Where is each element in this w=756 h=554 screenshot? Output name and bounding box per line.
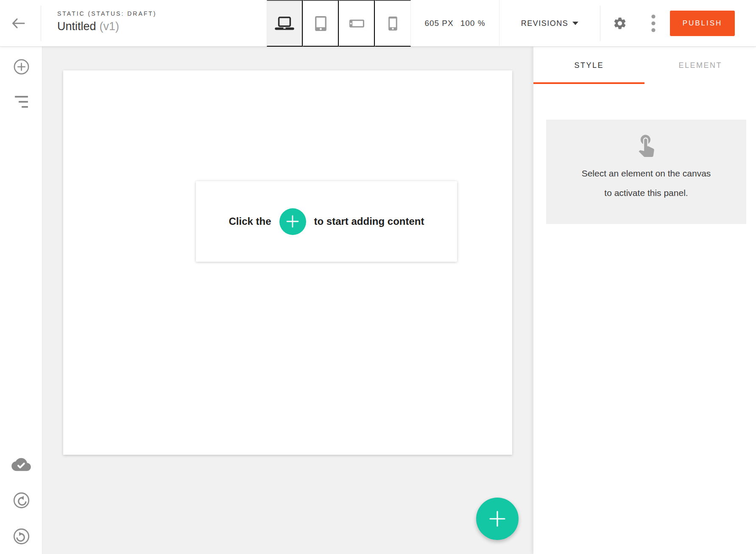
add-content-fab[interactable] <box>476 498 519 540</box>
editor-canvas: Click the to start adding content <box>42 47 533 554</box>
page-builder-app: STATIC (STATUS: DRAFT) Untitled(v1) <box>0 0 756 554</box>
autosave-status-button[interactable] <box>12 455 31 474</box>
revisions-dropdown-button[interactable]: REVISIONS <box>499 0 600 47</box>
page-title: Untitled(v1) <box>57 20 157 33</box>
more-options-button[interactable] <box>644 14 663 33</box>
document-version: (v1) <box>100 20 120 33</box>
empty-state-line1: Select an element on the canvas <box>582 164 711 183</box>
undo-icon <box>13 492 30 509</box>
cloud-saved-icon <box>11 456 31 473</box>
device-mobile-landscape-button[interactable] <box>339 0 375 47</box>
plus-icon <box>489 510 506 527</box>
tablet-icon <box>315 16 326 31</box>
device-preview-switcher <box>267 0 411 47</box>
device-tablet-button[interactable] <box>303 0 339 47</box>
caret-down-icon <box>572 22 578 25</box>
revisions-label: REVISIONS <box>521 19 569 28</box>
panel-empty-state: Select an element on the canvas to activ… <box>546 120 746 224</box>
tab-style[interactable]: STYLE <box>533 47 645 84</box>
canvas-dimensions-display: 605 PX 100 % <box>411 0 499 47</box>
tab-element[interactable]: ELEMENT <box>645 47 756 84</box>
add-element-button[interactable] <box>12 57 31 76</box>
empty-state-line2: to activate this panel. <box>582 183 711 203</box>
placeholder-text-suffix: to start adding content <box>314 215 424 227</box>
desktop-icon <box>275 17 294 31</box>
layers-icon <box>15 96 28 108</box>
layers-button[interactable] <box>12 92 31 111</box>
empty-page-placeholder-card: Click the to start adding content <box>196 181 457 262</box>
gear-icon <box>613 16 627 31</box>
inspector-panel: STYLE ELEMENT Select an element on the c… <box>533 47 756 554</box>
settings-button[interactable] <box>611 14 629 33</box>
page-type-status-label: STATIC (STATUS: DRAFT) <box>57 10 157 17</box>
top-bar: STATIC (STATUS: DRAFT) Untitled(v1) <box>0 0 756 47</box>
topbar-divider <box>41 6 41 41</box>
redo-button[interactable] <box>12 527 31 546</box>
plus-icon <box>286 215 299 228</box>
mobile-landscape-icon <box>349 20 364 28</box>
left-toolbar <box>0 47 42 554</box>
publish-button[interactable]: PUBLISH <box>670 11 735 36</box>
document-name: Untitled <box>57 20 96 33</box>
device-desktop-button[interactable] <box>267 0 303 47</box>
kebab-menu-icon <box>651 14 656 32</box>
placeholder-text-prefix: Click the <box>229 215 271 227</box>
inspector-tabbar: STYLE ELEMENT <box>533 47 756 84</box>
back-button[interactable] <box>9 14 28 33</box>
topbar-divider <box>600 6 600 41</box>
page-surface <box>63 70 512 455</box>
add-circle-icon <box>13 59 30 75</box>
undo-button[interactable] <box>12 491 31 509</box>
canvas-width-value: 605 PX <box>424 19 453 28</box>
redo-icon <box>13 528 30 545</box>
add-content-button[interactable] <box>279 208 306 235</box>
arrow-left-icon <box>11 18 25 29</box>
canvas-zoom-value: 100 % <box>460 19 485 28</box>
device-mobile-button[interactable] <box>375 0 411 47</box>
touch-icon <box>634 132 658 157</box>
mobile-icon <box>388 17 397 31</box>
active-tab-indicator <box>533 82 644 84</box>
document-title-block: STATIC (STATUS: DRAFT) Untitled(v1) <box>57 10 157 33</box>
